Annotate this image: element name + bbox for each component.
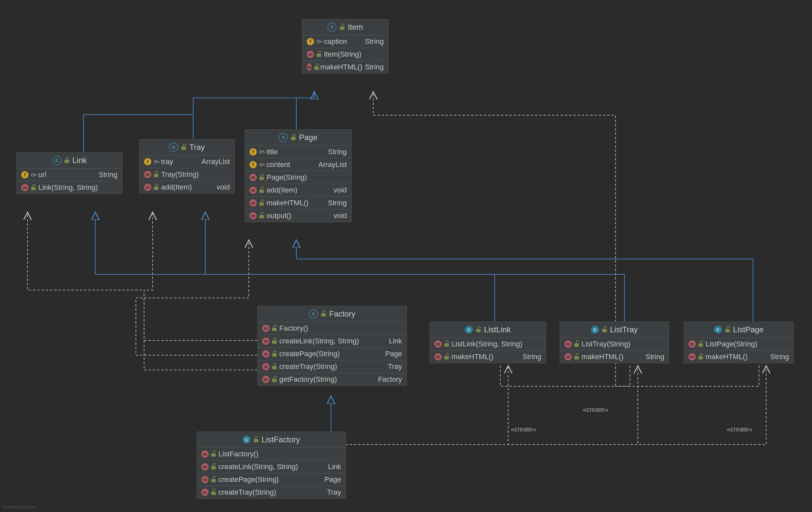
class-Factory[interactable]: C Factory m Factory() m createLink(Strin…	[257, 306, 407, 386]
lock-icon	[444, 341, 449, 347]
lock-icon	[272, 377, 277, 382]
field-icon: f	[144, 158, 151, 165]
class-ListLink[interactable]: C ListLink m ListLink(String, String) m …	[430, 322, 546, 363]
class-ListFactory[interactable]: C ListFactory m ListFactory() m createLi…	[197, 431, 346, 499]
method-icon: m	[689, 340, 696, 348]
method-row[interactable]: m ListFactory()	[197, 448, 346, 461]
lock-icon	[259, 200, 264, 206]
class-icon: C	[714, 326, 722, 334]
class-Page[interactable]: C Page f title String f content ArrayLis…	[244, 129, 352, 222]
method-icon: m	[250, 212, 257, 219]
method-row[interactable]: m output() void	[245, 210, 351, 222]
method-row[interactable]: m createPage(String) Page	[258, 348, 407, 360]
method-icon: m	[262, 337, 269, 345]
class-ListTray[interactable]: C ListTray m ListTray(String) m makeHTML…	[559, 322, 669, 363]
lock-icon	[211, 490, 216, 495]
class-Tray[interactable]: C Tray f tray ArrayList m Tray(String) m…	[139, 139, 235, 194]
method-row[interactable]: m createPage(String) Page	[197, 473, 346, 486]
key-icon	[154, 159, 158, 164]
field-icon: f	[250, 148, 257, 155]
class-name: Page	[299, 133, 317, 142]
field-row[interactable]: f caption String	[302, 35, 388, 48]
method-row[interactable]: m ListTray(String)	[560, 338, 669, 351]
field-icon: f	[21, 171, 28, 178]
lock-icon	[259, 213, 264, 218]
method-row[interactable]: m add(Item) void	[140, 181, 234, 193]
field-icon: f	[307, 38, 314, 45]
class-name: Factory	[329, 309, 355, 319]
method-icon: m	[689, 353, 696, 360]
connectors-svg: Link (dashed up to Link box) --> Tray --…	[0, 0, 812, 512]
method-row[interactable]: m makeHTML() String	[430, 351, 546, 363]
method-row[interactable]: m createTray(String) Tray	[197, 486, 346, 499]
method-icon: m	[250, 187, 257, 194]
method-row[interactable]: m createLink(String, String) Link	[197, 461, 346, 473]
method-icon: m	[144, 184, 151, 191]
abstract-class-icon: C	[169, 143, 178, 152]
method-row[interactable]: m createLink(String, String) Link	[258, 335, 407, 348]
class-ListPage[interactable]: C ListPage m ListPage(String) m makeHTML…	[684, 322, 794, 363]
method-row[interactable]: m add(Item) void	[245, 184, 351, 197]
method-icon: m	[262, 325, 269, 332]
method-row[interactable]: m makeHTML() String	[245, 197, 351, 210]
method-icon: m	[262, 363, 269, 370]
lock-icon	[317, 52, 321, 57]
key-icon	[259, 162, 264, 167]
method-icon: m	[201, 489, 209, 496]
lock-icon	[574, 354, 579, 359]
create-label-3: «create»	[727, 426, 752, 433]
key-icon	[259, 150, 264, 154]
method-icon: m	[21, 184, 28, 191]
key-icon	[31, 173, 36, 177]
watermark: Powered by yFiles	[3, 505, 35, 509]
field-row[interactable]: f title String	[245, 146, 351, 158]
key-icon	[317, 39, 321, 44]
method-row[interactable]: m Factory()	[258, 322, 407, 335]
method-row[interactable]: m createTray(String) Tray	[258, 360, 407, 373]
field-row[interactable]: f tray ArrayList	[140, 155, 234, 168]
method-icon: m	[250, 199, 257, 207]
method-icon: m	[307, 63, 312, 71]
create-label-1: «create»	[511, 426, 536, 433]
lock-icon	[272, 364, 277, 369]
class-name: Item	[348, 23, 363, 32]
lock-icon	[259, 188, 264, 193]
field-icon: f	[250, 161, 257, 168]
field-row[interactable]: f url String	[17, 169, 122, 181]
method-row[interactable]: m Page(String)	[245, 171, 351, 184]
class-name: Tray	[189, 143, 205, 152]
lock-icon	[211, 477, 216, 482]
class-Item[interactable]: C Item f caption String m Item(String) m…	[302, 19, 389, 74]
method-row[interactable]: m Tray(String)	[140, 168, 234, 181]
method-icon: m	[564, 353, 572, 360]
lock-icon	[272, 326, 277, 331]
method-row[interactable]: m makeHTML() String	[302, 61, 388, 73]
lock-icon	[444, 354, 449, 359]
class-name: ListPage	[733, 325, 763, 334]
lock-icon	[259, 175, 264, 180]
lock-icon	[340, 25, 344, 30]
lock-icon	[476, 327, 481, 332]
class-name: ListLink	[484, 325, 511, 334]
method-icon: m	[262, 350, 269, 358]
method-row[interactable]: m makeHTML() String	[684, 351, 794, 363]
lock-icon	[272, 338, 277, 344]
lock-icon	[574, 341, 579, 347]
class-Link[interactable]: C Link f url String m Link(String, Strin…	[17, 152, 122, 194]
lock-icon	[31, 185, 36, 190]
method-row[interactable]: m Item(String)	[302, 48, 388, 61]
method-row[interactable]: m makeHTML() String	[560, 351, 669, 363]
lock-icon	[254, 437, 258, 442]
method-row[interactable]: m ListLink(String, String)	[430, 338, 546, 351]
method-icon: m	[201, 476, 209, 483]
lock-icon	[64, 158, 69, 163]
class-name: ListTray	[610, 325, 637, 334]
abstract-class-icon: C	[309, 309, 318, 319]
method-row[interactable]: m ListPage(String)	[684, 338, 794, 351]
method-row[interactable]: m Link(String, String)	[17, 181, 122, 194]
field-row[interactable]: f content ArrayList	[245, 158, 351, 171]
method-icon: m	[144, 171, 151, 178]
method-row[interactable]: m getFactory(String) Factory	[258, 373, 407, 386]
abstract-class-icon: C	[52, 156, 61, 165]
class-name: ListFactory	[262, 435, 300, 444]
